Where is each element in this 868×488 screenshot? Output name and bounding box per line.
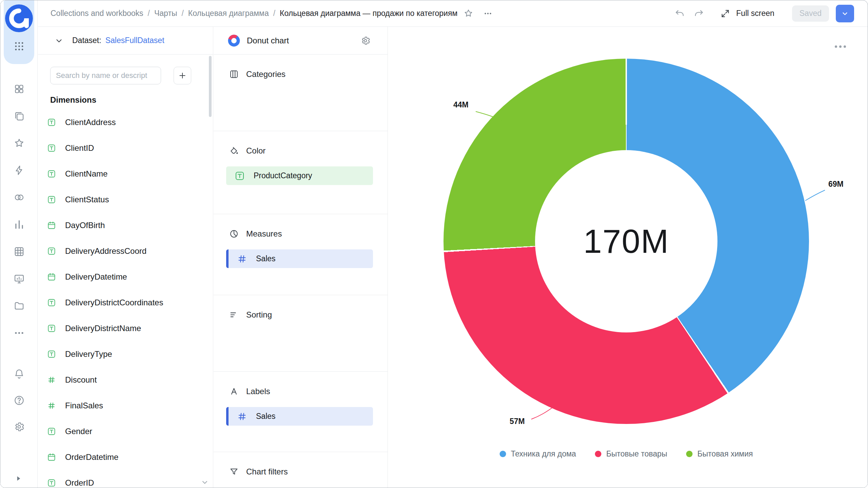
saved-button[interactable]: Saved [792, 5, 829, 22]
breadcrumb-charts[interactable]: Чарты [154, 9, 177, 18]
measure-field-chip[interactable]: Sales [226, 249, 373, 268]
chart-type-label[interactable]: Donut chart [247, 36, 289, 45]
folder-icon[interactable] [14, 300, 25, 311]
field-name: DeliveryDistrictCoordinates [65, 298, 163, 307]
gear-icon[interactable] [14, 421, 25, 432]
dataset-name-link[interactable]: SalesFullDataset [105, 36, 164, 45]
dataset-field-item[interactable]: DeliveryType [38, 341, 213, 367]
lightning-icon[interactable] [14, 165, 25, 176]
dataset-panel: Dataset: SalesFullDataset Dimensions Cli… [38, 27, 213, 488]
undo-icon[interactable] [672, 6, 687, 21]
segment-value-label: 57M [510, 417, 525, 426]
legend-color-dot [686, 451, 693, 457]
label-field-chip[interactable]: Sales [226, 407, 373, 426]
legend-item[interactable]: Бытовая химия [686, 449, 753, 459]
dataset-field-item[interactable]: DeliveryAddressCoord [38, 238, 213, 264]
field-search-row [50, 67, 213, 84]
text-type-icon [47, 324, 56, 333]
dataset-field-item[interactable]: DeliveryDistrictName [38, 316, 213, 341]
datalens-logo[interactable] [5, 4, 33, 32]
chart-area: 170M 44M 69M 57M Техника для домаБытовые… [388, 27, 868, 488]
dataset-field-item[interactable]: FinalSales [38, 393, 213, 419]
monitor-chart-icon[interactable] [14, 273, 25, 284]
section-chart-filters: Chart filters [214, 465, 388, 488]
topbar: Collections and workbooks Чарты Кольцева… [38, 0, 868, 27]
field-name: ClientName [65, 169, 107, 179]
field-name: DeliveryAddressCoord [65, 246, 146, 256]
section-label: Measures [246, 229, 282, 239]
scroll-down-icon[interactable] [201, 478, 209, 486]
rail-nav [0, 83, 38, 339]
dataset-field-item[interactable]: ClientStatus [38, 187, 213, 212]
plus-icon [178, 71, 187, 80]
sorting-icon [229, 310, 239, 320]
text-type-icon [47, 427, 56, 436]
add-field-button[interactable] [174, 67, 191, 84]
text-type-icon [47, 350, 56, 359]
dataset-field-item[interactable]: OrderID [38, 470, 213, 488]
dataset-field-item[interactable]: DeliveryDistrictCoordinates [38, 290, 213, 316]
dataset-field-item[interactable]: OrderDatetime [38, 444, 213, 470]
scrollbar-thumb[interactable] [209, 56, 212, 117]
save-dropdown-button[interactable] [836, 5, 854, 22]
question-icon[interactable] [14, 395, 25, 406]
overlapping-circles-icon[interactable] [14, 192, 25, 203]
chip-field-name: Sales [256, 412, 276, 421]
bar-chart-icon[interactable] [14, 219, 25, 230]
segment-value-label: 69M [828, 180, 844, 189]
chip-field-name: Sales [256, 254, 276, 263]
dataset-field-item[interactable]: Discount [38, 367, 213, 393]
dataset-field-item[interactable]: DayOfBirth [38, 212, 213, 238]
dataset-field-item[interactable]: ClientName [38, 161, 213, 187]
chart-legend: Техника для домаБытовые товарыБытовая хи… [500, 449, 753, 459]
donut-chart[interactable]: 170M [443, 59, 809, 424]
breadcrumb-collections[interactable]: Collections and workbooks [51, 9, 143, 18]
paint-bucket-icon [229, 146, 239, 156]
expand-panel-icon[interactable] [14, 474, 23, 483]
chevron-down-icon [841, 9, 849, 18]
field-name: DeliveryType [65, 349, 112, 359]
dataset-field-item[interactable]: ClientID [38, 135, 213, 161]
text-type-icon [47, 169, 56, 178]
chevron-down-icon[interactable] [55, 36, 63, 45]
table-grid-icon[interactable] [14, 246, 25, 257]
star-icon[interactable] [14, 138, 25, 149]
favorite-star-icon[interactable] [461, 6, 476, 21]
chart-settings-gear-icon[interactable] [360, 36, 371, 46]
dataset-label: Dataset: [72, 36, 101, 45]
dataset-field-item[interactable]: ClientAddress [38, 109, 213, 135]
topbar-actions: Full screen Saved [672, 5, 854, 22]
ellipsis-icon[interactable] [14, 327, 25, 339]
date-type-icon [47, 453, 56, 462]
donut-total-value: 170M [583, 222, 669, 261]
number-type-icon [47, 401, 56, 410]
section-labels: Labels Sales [214, 385, 388, 452]
fullscreen-icon[interactable] [718, 6, 733, 21]
number-type-icon [237, 411, 247, 422]
redo-icon[interactable] [691, 6, 706, 21]
dimensions-heading: Dimensions [50, 95, 213, 105]
more-menu-icon[interactable] [480, 6, 495, 21]
bell-icon[interactable] [14, 368, 25, 380]
stacked-squares-icon[interactable] [14, 110, 25, 122]
config-header: Donut chart [214, 27, 388, 55]
search-input[interactable] [50, 67, 161, 84]
dataset-field-item[interactable]: DeliveryDatetime [38, 264, 213, 290]
squares-grid-icon[interactable] [14, 83, 25, 95]
legend-item[interactable]: Техника для дома [500, 449, 576, 459]
text-type-icon [47, 195, 56, 204]
breadcrumb-separator [181, 9, 183, 18]
color-field-chip[interactable]: ProductCategory [226, 166, 373, 185]
legend-item[interactable]: Бытовые товары [595, 449, 667, 459]
donut-chart-type-icon[interactable] [228, 34, 240, 47]
apps-grid-icon[interactable] [14, 41, 25, 52]
legend-label: Бытовая химия [697, 449, 753, 459]
field-name: OrderID [65, 478, 94, 488]
section-label: Chart filters [246, 467, 288, 476]
dataset-field-item[interactable]: Gender [38, 419, 213, 444]
chip-field-name: ProductCategory [254, 171, 312, 180]
breadcrumb-workbook[interactable]: Кольцевая диаграмма [188, 9, 269, 18]
chart-more-menu-icon[interactable] [835, 45, 846, 48]
fullscreen-label[interactable]: Full screen [736, 9, 774, 18]
dataset-header: Dataset: SalesFullDataset [38, 27, 213, 55]
